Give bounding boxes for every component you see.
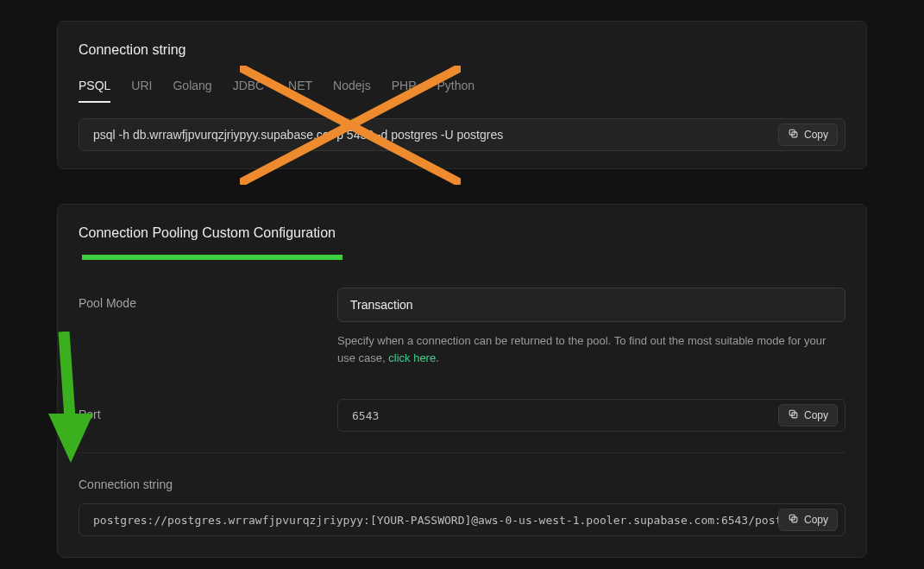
pool-mode-row: Pool Mode Transaction Specify when a con… [79, 288, 845, 366]
connection-pooling-card: Connection Pooling Custom Configuration … [57, 204, 867, 558]
pooling-conn-string-value: postgres://postgres.wrrawfjpvurqzjriypyy… [93, 514, 778, 527]
pool-mode-select[interactable]: Transaction [337, 288, 845, 322]
copy-icon [788, 513, 799, 527]
tab-php[interactable]: PHP [392, 79, 417, 103]
pool-mode-help-link[interactable]: click here [388, 351, 436, 364]
tab-python[interactable]: Python [437, 79, 475, 103]
pooling-title-wrap: Connection Pooling Custom Configuration [79, 225, 336, 241]
copy-label: Copy [804, 514, 828, 526]
port-value: 6543 [352, 409, 778, 422]
copy-icon [788, 128, 799, 142]
underline-highlight [82, 255, 343, 260]
copy-connection-string-button[interactable]: Copy [778, 123, 838, 146]
pool-mode-help: Specify when a connection can be returne… [337, 332, 845, 366]
copy-pooling-conn-string-button[interactable]: Copy [778, 509, 838, 531]
tab-nodejs[interactable]: Nodejs [333, 79, 371, 103]
connection-string-card: Connection string PSQL URI Golang JDBC .… [57, 21, 867, 169]
connection-string-title: Connection string [79, 42, 845, 58]
pool-mode-label: Pool Mode [79, 288, 268, 366]
tab-golang[interactable]: Golang [173, 79, 211, 103]
pool-mode-value: Transaction [350, 298, 413, 312]
pooling-conn-string-field: postgres://postgres.wrrawfjpvurqzjriypyy… [79, 503, 845, 536]
divider [79, 452, 845, 453]
pooling-conn-string-label: Connection string [79, 477, 845, 491]
connection-string-field: psql -h db.wrrawfjpvurqzjriypyy.supabase… [79, 118, 845, 151]
copy-label: Copy [804, 409, 828, 421]
connection-string-tabs: PSQL URI Golang JDBC .NET Nodejs PHP Pyt… [79, 79, 845, 103]
copy-label: Copy [804, 129, 828, 141]
tab-dotnet[interactable]: .NET [285, 79, 312, 103]
copy-icon [788, 408, 799, 422]
tab-psql[interactable]: PSQL [79, 79, 110, 103]
connection-string-value: psql -h db.wrrawfjpvurqzjriypyy.supabase… [93, 128, 778, 142]
copy-port-button[interactable]: Copy [778, 404, 838, 427]
pooling-title: Connection Pooling Custom Configuration [79, 225, 336, 241]
port-row: Port 6543 Copy [79, 399, 845, 432]
tab-jdbc[interactable]: JDBC [233, 79, 265, 103]
port-field: 6543 Copy [337, 399, 845, 432]
tab-uri[interactable]: URI [131, 79, 152, 103]
port-label: Port [79, 399, 268, 432]
